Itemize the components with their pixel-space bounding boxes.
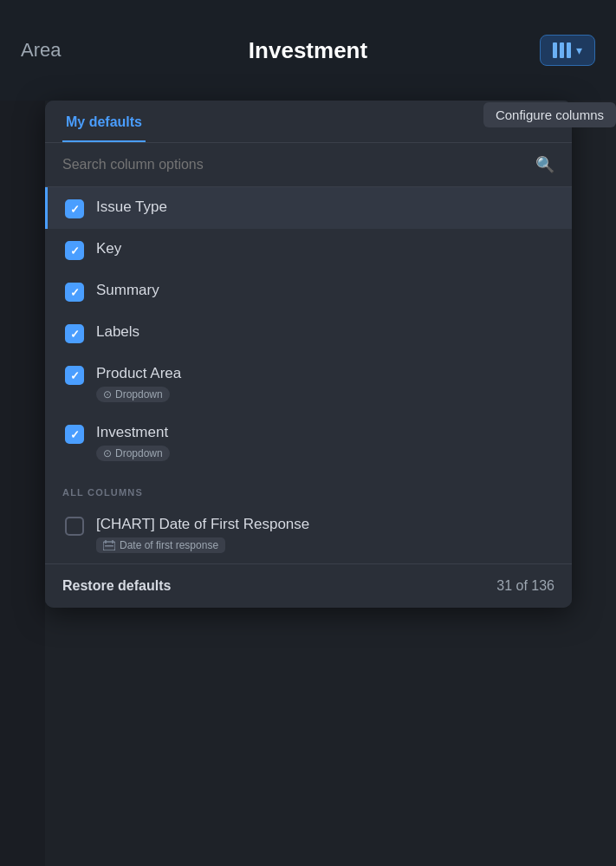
dropdown-badge: ⊙ Dropdown	[96, 387, 170, 402]
column-configurator-panel: My defaults 🔍 ✓ Issue Type ✓ Key ✓	[45, 101, 572, 608]
list-item[interactable]: ✓ Investment ⊙ Dropdown	[45, 413, 572, 472]
column-sublabel-investment: ⊙ Dropdown	[96, 446, 554, 461]
checkbox-key[interactable]: ✓	[65, 241, 84, 260]
configure-columns-tooltip: Configure columns	[483, 102, 616, 127]
checkbox-labels[interactable]: ✓	[65, 324, 84, 343]
date-badge: Date of first response	[96, 537, 225, 553]
unchecked-columns-list: [CHART] Date of First Response Date of f…	[45, 505, 572, 563]
panel-footer: Restore defaults 31 of 136	[45, 564, 572, 608]
all-columns-section-label: ALL COLUMNS	[45, 472, 572, 505]
chevron-down-icon: ▾	[576, 43, 582, 57]
search-area: 🔍	[45, 143, 572, 187]
checkbox-product-area[interactable]: ✓	[65, 366, 84, 385]
checked-columns-list: ✓ Issue Type ✓ Key ✓ Summary ✓	[45, 187, 572, 472]
list-item[interactable]: [CHART] Date of First Response Date of f…	[45, 505, 572, 563]
column-label-product-area: Product Area	[96, 364, 554, 383]
column-label-key: Key	[96, 239, 554, 258]
columns-icon	[553, 42, 571, 58]
column-label-investment: Investment	[96, 423, 554, 442]
column-label-summary: Summary	[96, 281, 554, 300]
column-label-labels: Labels	[96, 322, 554, 342]
list-item[interactable]: ✓ Labels	[45, 312, 572, 354]
search-icon: 🔍	[535, 155, 554, 174]
configure-columns-button[interactable]: ▾	[540, 35, 595, 66]
tab-my-defaults[interactable]: My defaults	[62, 101, 146, 142]
list-item[interactable]: ✓ Summary	[45, 270, 572, 312]
checkbox-summary[interactable]: ✓	[65, 283, 84, 302]
list-item[interactable]: ✓ Product Area ⊙ Dropdown	[45, 354, 572, 413]
column-count: 31 of 136	[496, 578, 554, 594]
sidebar-strip	[0, 0, 45, 866]
date-icon	[103, 540, 115, 550]
search-input[interactable]	[62, 157, 527, 173]
dropdown-icon: ⊙	[103, 388, 112, 400]
restore-defaults-button[interactable]: Restore defaults	[62, 578, 171, 594]
checkbox-investment[interactable]: ✓	[65, 425, 84, 444]
column-label-chart-date: [CHART] Date of First Response	[96, 515, 554, 534]
checkbox-chart-date[interactable]	[65, 517, 84, 536]
svg-rect-2	[112, 540, 113, 544]
page-title: Investment	[249, 37, 367, 64]
list-item[interactable]: ✓ Issue Type	[45, 187, 572, 229]
column-label-issue-type: Issue Type	[96, 198, 554, 217]
header: Area Investment ▾	[0, 0, 616, 101]
list-item[interactable]: ✓ Key	[45, 229, 572, 270]
column-sublabel-product-area: ⊙ Dropdown	[96, 387, 554, 402]
dropdown-badge: ⊙ Dropdown	[96, 446, 170, 461]
svg-rect-1	[105, 540, 107, 544]
checkbox-issue-type[interactable]: ✓	[65, 199, 84, 218]
column-sublabel-chart-date: Date of first response	[96, 537, 554, 553]
area-label: Area	[21, 39, 61, 62]
svg-rect-3	[105, 545, 113, 547]
dropdown-icon: ⊙	[103, 447, 112, 459]
